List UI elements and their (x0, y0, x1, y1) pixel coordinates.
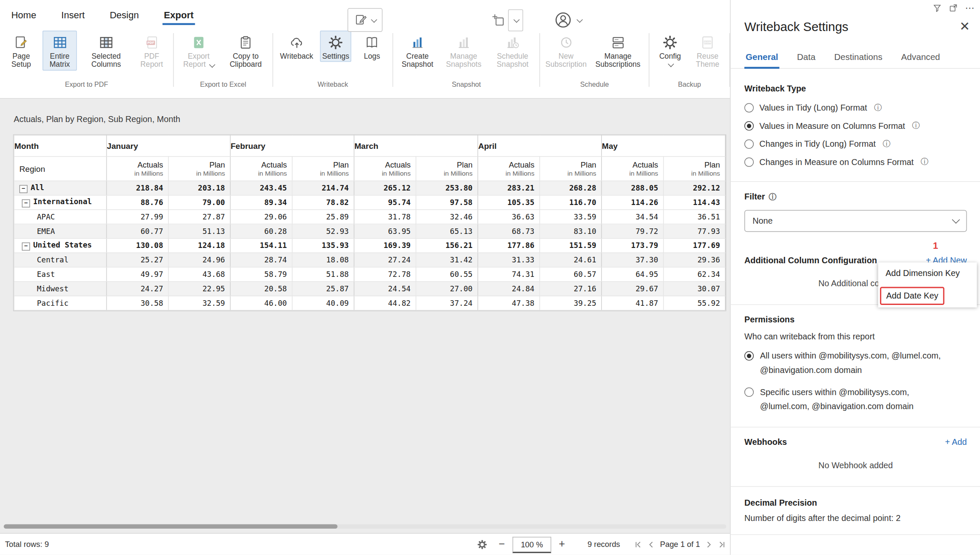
matrix-cell[interactable]: 214.74 (292, 181, 354, 195)
matrix-cell[interactable]: 177.86 (478, 239, 539, 253)
matrix-cell[interactable]: 151.59 (540, 239, 601, 253)
matrix-cell[interactable]: 218.84 (107, 181, 168, 195)
matrix-cell[interactable]: 68.73 (478, 224, 539, 239)
matrix-cell[interactable]: 173.79 (601, 239, 663, 253)
matrix-cell[interactable]: 29.67 (601, 282, 663, 296)
matrix-cell[interactable]: 34.54 (601, 210, 663, 224)
matrix-cell[interactable]: 33.59 (540, 210, 601, 224)
matrix-cell[interactable]: 60.28 (230, 224, 292, 239)
matrix-cell[interactable]: 49.97 (107, 267, 168, 282)
permissions-option-all-users-within-mobilitysys-c[interactable]: All users within @mobilitysys.com, @lume… (744, 349, 967, 378)
matrix-cell[interactable]: 46.00 (230, 296, 292, 310)
panel-tab-data[interactable]: Data (796, 47, 817, 68)
measure-header-plan[interactable]: Planin Millions (292, 157, 354, 181)
matrix-cell[interactable]: 40.09 (292, 296, 354, 310)
matrix-cell[interactable]: 114.26 (601, 195, 663, 210)
matrix-cell[interactable]: 37.30 (601, 253, 663, 267)
user-menu-button[interactable] (554, 9, 582, 31)
ribbon-tab-design[interactable]: Design (108, 6, 140, 23)
collapse-icon[interactable]: − (20, 185, 28, 193)
matrix-cell[interactable]: 32.59 (168, 296, 230, 310)
matrix-cell[interactable]: 27.87 (168, 210, 230, 224)
matrix-cell[interactable]: 65.13 (416, 224, 478, 239)
matrix-cell[interactable]: 24.84 (478, 282, 539, 296)
matrix-cell[interactable]: 169.39 (354, 239, 416, 253)
matrix-cell[interactable]: 60.77 (107, 224, 168, 239)
matrix-cell[interactable]: 97.58 (416, 195, 478, 210)
matrix-cell[interactable]: 177.69 (664, 239, 725, 253)
matrix-cell[interactable]: 27.16 (540, 282, 601, 296)
matrix-cell[interactable]: 44.82 (354, 296, 416, 310)
matrix-cell[interactable]: 105.35 (478, 195, 539, 210)
matrix-cell[interactable]: 31.42 (416, 253, 478, 267)
matrix-cell[interactable]: 31.78 (354, 210, 416, 224)
add-annotation-button[interactable] (491, 10, 523, 31)
matrix-cell[interactable]: 47.38 (478, 296, 539, 310)
matrix-cell[interactable]: 135.93 (292, 239, 354, 253)
menu-item-add-dimension-key[interactable]: Add Dimension Key (878, 262, 977, 284)
ribbon-button-settings[interactable]: Settings (320, 31, 351, 62)
collapse-icon[interactable]: − (22, 199, 30, 208)
webhook-add-link[interactable]: + Add (945, 437, 967, 447)
matrix-cell[interactable]: 77.93 (664, 224, 725, 239)
next-page-button[interactable] (705, 540, 713, 548)
row-label-pacific[interactable]: Pacific (14, 296, 106, 310)
scrollbar-thumb[interactable] (4, 524, 338, 529)
matrix-cell[interactable]: 39.25 (540, 296, 601, 310)
row-label-united-states[interactable]: −United States (14, 239, 106, 253)
panel-tab-general[interactable]: General (744, 47, 779, 68)
matrix-cell[interactable]: 63.95 (354, 224, 416, 239)
edit-mode-button[interactable] (348, 8, 382, 32)
matrix-cell[interactable]: 51.88 (292, 267, 354, 282)
matrix-cell[interactable]: 25.89 (292, 210, 354, 224)
filter-dropdown[interactable]: None (744, 210, 967, 232)
matrix-cell[interactable]: 265.12 (354, 181, 416, 195)
matrix-cell[interactable]: 37.24 (416, 296, 478, 310)
matrix-cell[interactable]: 72.78 (354, 267, 416, 282)
measure-header-actuals[interactable]: Actualsin Millions (107, 157, 168, 181)
matrix-cell[interactable]: 58.79 (230, 267, 292, 282)
matrix-cell[interactable]: 62.34 (664, 267, 725, 282)
ribbon-tab-home[interactable]: Home (10, 6, 38, 23)
matrix-cell[interactable]: 253.80 (416, 181, 478, 195)
writeback-type-option-changes-in-measure-on-columns-format[interactable]: Changes in Measure on Columns Formatⓘ (744, 153, 967, 171)
prev-page-button[interactable] (647, 540, 655, 548)
month-header-january[interactable]: January (107, 135, 231, 157)
add-annotation-dropdown[interactable] (508, 9, 523, 31)
ribbon-button-config[interactable]: Config (655, 31, 686, 68)
matrix-cell[interactable]: 268.28 (540, 181, 601, 195)
matrix-cell[interactable]: 27.00 (416, 282, 478, 296)
matrix-cell[interactable]: 83.10 (540, 224, 601, 239)
ribbon-tab-insert[interactable]: Insert (60, 6, 86, 23)
matrix-cell[interactable]: 292.12 (664, 181, 725, 195)
matrix-cell[interactable]: 31.33 (478, 253, 539, 267)
matrix-cell[interactable]: 29.36 (664, 253, 725, 267)
row-label-international[interactable]: −International (14, 195, 106, 210)
matrix-cell[interactable]: 25.87 (292, 282, 354, 296)
close-icon[interactable]: ✕ (960, 20, 970, 32)
matrix-cell[interactable]: 29.06 (230, 210, 292, 224)
matrix-cell[interactable]: 60.57 (540, 267, 601, 282)
matrix-cell[interactable]: 79.00 (168, 195, 230, 210)
matrix-cell[interactable]: 28.74 (230, 253, 292, 267)
matrix-cell[interactable]: 288.05 (601, 181, 663, 195)
matrix-cell[interactable]: 24.96 (168, 253, 230, 267)
measure-header-plan[interactable]: Planin Millions (416, 157, 478, 181)
matrix-cell[interactable]: 243.45 (230, 181, 292, 195)
info-icon[interactable]: ⓘ (883, 139, 890, 149)
writeback-type-option-values-in-tidy-long-format[interactable]: Values in Tidy (Long) Formatⓘ (744, 99, 967, 117)
row-label-emea[interactable]: EMEA (14, 224, 106, 239)
matrix-cell[interactable]: 130.08 (107, 239, 168, 253)
ribbon-button-writeback[interactable]: Writeback (278, 31, 315, 62)
matrix-cell[interactable]: 51.13 (168, 224, 230, 239)
month-header-march[interactable]: March (354, 135, 478, 157)
matrix-cell[interactable]: 30.58 (107, 296, 168, 310)
measure-header-plan[interactable]: Planin Millions (168, 157, 230, 181)
panel-tab-advanced[interactable]: Advanced (900, 47, 941, 68)
info-icon[interactable]: ⓘ (874, 102, 882, 113)
measure-header-actuals[interactable]: Actualsin Millions (478, 157, 539, 181)
measure-header-actuals[interactable]: Actualsin Millions (601, 157, 663, 181)
matrix-cell[interactable]: 124.18 (168, 239, 230, 253)
matrix-cell[interactable]: 116.70 (540, 195, 601, 210)
matrix-cell[interactable]: 43.68 (168, 267, 230, 282)
